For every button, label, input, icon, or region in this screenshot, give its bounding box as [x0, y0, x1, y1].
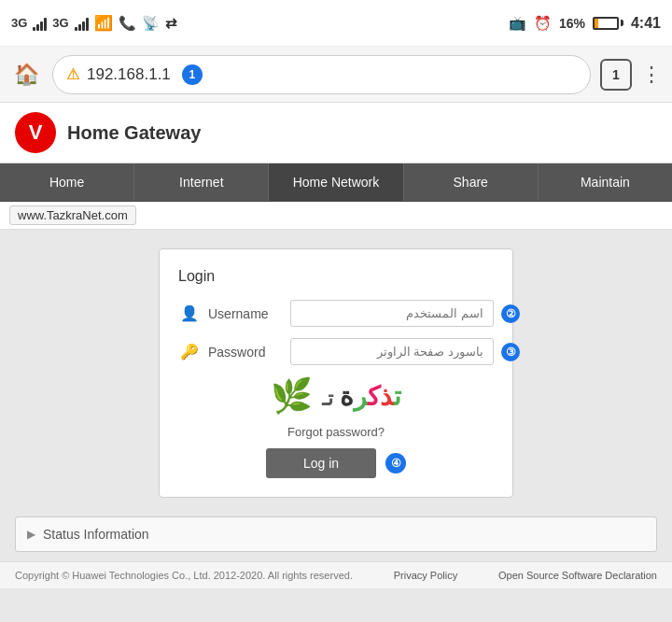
status-info-bar[interactable]: ▶ Status Information: [15, 516, 657, 552]
nav-home[interactable]: Home: [0, 163, 134, 201]
username-input[interactable]: [290, 300, 494, 327]
user-icon: 👤: [178, 303, 201, 325]
nav-maintain[interactable]: Maintain: [539, 163, 672, 201]
login-btn-row: Log in ④: [178, 448, 494, 478]
footer-copyright: Copyright © Huawei Technologies Co., Ltd…: [15, 570, 353, 581]
cast-display-icon: 📺: [509, 15, 526, 32]
cast-icon: ⇄: [165, 15, 177, 32]
password-row: 🔑 Password ③: [178, 338, 494, 365]
network-label-1: 3G: [11, 16, 27, 30]
address-bar[interactable]: ⚠ 192.168.1.1 1: [52, 55, 591, 94]
more-menu-button[interactable]: ⋮: [641, 63, 663, 87]
password-input[interactable]: [290, 338, 494, 365]
badge-4: ④: [385, 453, 406, 474]
battery-percent: 16%: [559, 16, 585, 31]
network-label-2: 3G: [52, 16, 68, 30]
status-bar: 3G 3G 📶 📞 📡 ⇄ 📺 ⏰ 16%: [0, 0, 672, 47]
gateway-header: V Home Gateway: [0, 103, 672, 163]
page-content: V Home Gateway Home Internet Home Networ…: [0, 103, 672, 622]
nav-share[interactable]: Share: [404, 163, 539, 201]
username-input-wrapper: ②: [290, 300, 494, 327]
login-container: Login 👤 Username ② 🔑 Password ③: [0, 230, 672, 516]
page-footer: Copyright © Huawei Technologies Co., Ltd…: [0, 561, 672, 588]
login-box: Login 👤 Username ② 🔑 Password ③: [159, 248, 513, 498]
browser-home-button[interactable]: 🏠: [9, 58, 43, 92]
password-input-wrapper: ③: [290, 338, 494, 365]
tab-badge: 1: [182, 64, 203, 85]
login-title: Login: [178, 268, 494, 285]
badge-3: ③: [501, 343, 520, 361]
signal-icon: 📡: [142, 15, 160, 32]
warning-icon: ⚠: [66, 65, 79, 83]
battery-icon: [593, 17, 623, 30]
status-info-text: Status Information: [43, 527, 149, 542]
tab-count-button[interactable]: 1: [600, 59, 632, 91]
plant-icon: 🌿: [271, 376, 313, 416]
nav-bar: Home Internet Home Network Share Maintai…: [0, 163, 672, 202]
password-label: Password: [208, 345, 283, 360]
address-text: 192.168.1.1: [87, 65, 171, 84]
alarm-icon: ⏰: [534, 15, 552, 32]
wifi-icon: 📶: [94, 14, 113, 32]
tazkra-overlay: 🌿 تذكرة تـ: [178, 376, 494, 416]
time-display: 4:41: [631, 15, 661, 32]
signal-bars-2: [75, 16, 89, 31]
footer-privacy[interactable]: Privacy Policy: [394, 570, 457, 581]
phone-icon: 📞: [119, 15, 136, 32]
nav-internet[interactable]: Internet: [134, 163, 269, 201]
triangle-icon: ▶: [27, 528, 35, 541]
nav-home-network[interactable]: Home Network: [269, 163, 403, 201]
username-row: 👤 Username ②: [178, 300, 494, 327]
status-right: 📺 ⏰ 16% 4:41: [509, 15, 661, 32]
forgot-password-link[interactable]: Forgot password?: [178, 425, 494, 439]
watermark-text: www.TazkraNet.com: [9, 205, 136, 225]
login-button[interactable]: Log in: [266, 448, 376, 478]
browser-actions: 1 ⋮: [600, 59, 663, 91]
username-label: Username: [208, 306, 283, 321]
tazkra-logo-text: تذكرة تـ: [322, 381, 402, 412]
signal-bars-1: [33, 16, 47, 31]
gateway-title: Home Gateway: [67, 122, 201, 144]
status-left: 3G 3G 📶 📞 📡 ⇄: [11, 14, 177, 32]
browser-bar: 🏠 ⚠ 192.168.1.1 1 1 ⋮: [0, 47, 672, 103]
vodafone-logo: V: [15, 112, 56, 153]
watermark-bar: www.TazkraNet.com: [0, 202, 672, 230]
badge-2: ②: [501, 304, 520, 323]
footer-open-source[interactable]: Open Source Software Declaration: [498, 570, 657, 581]
key-icon: 🔑: [178, 341, 201, 363]
